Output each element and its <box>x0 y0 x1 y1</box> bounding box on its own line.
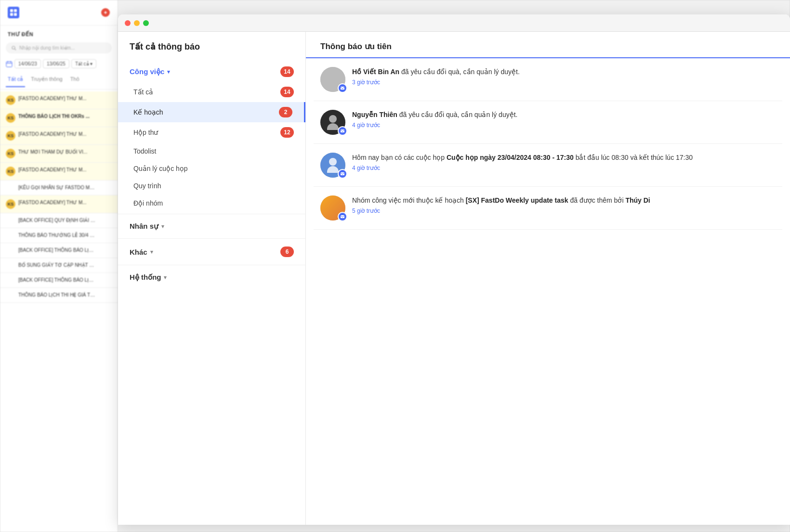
notif-content-4: Nhóm công việc mới thuộc kế hoạch [SX] F… <box>352 195 776 214</box>
sub-item-tat-ca[interactable]: Tất cả 14 <box>118 82 305 102</box>
svg-point-0 <box>12 46 15 49</box>
sub-label-ke-hoach: Kế hoạch <box>133 108 163 116</box>
sub-item-todolist[interactable]: Todolist <box>118 143 305 160</box>
notif-time-2: 4 giờ trước <box>352 122 776 129</box>
notif-suffix-3: bắt đầu lúc 08:30 và kết thúc lúc 17:30 <box>574 154 693 161</box>
khac-chevron-icon: ▾ <box>150 249 153 255</box>
notif-prefix-4: Nhóm công việc mới thuộc kế hoạch <box>352 196 466 204</box>
avatar-2 <box>320 110 345 135</box>
bg-date-filter: 14/06/23 13/06/25 Tất cả ▾ <box>0 57 118 72</box>
bg-email-list: KS[FASTDO ACADEMY] THƯ M... KSTHÔNG BÁO … <box>0 90 118 305</box>
bg-date2: 13/06/25 <box>43 59 69 68</box>
sub-label-hop-thu: Hộp thư <box>133 129 158 136</box>
sub-item-hop-thu[interactable]: Hộp thư 12 <box>118 122 305 143</box>
notif-text-4: Nhóm công việc mới thuộc kế hoạch [SX] F… <box>352 195 776 206</box>
avatar-3 <box>320 153 345 178</box>
sub-item-quy-trinh[interactable]: Quy trình <box>118 177 305 195</box>
divider-2 <box>118 238 305 239</box>
bg-thu-den-label: THƯ ĐẾN <box>0 26 118 40</box>
category-label-cong-viec: Công việc ▾ <box>130 67 170 76</box>
bg-notification-dot <box>101 8 110 17</box>
notif-badge-1 <box>338 83 347 93</box>
minimize-button[interactable] <box>134 20 140 26</box>
svg-rect-9 <box>341 215 344 218</box>
notification-item-1[interactable]: Hồ Viết Bin An đã yêu cầu đổi quà, cần q… <box>314 58 782 101</box>
sender-name-1: Hồ Viết Bin An <box>352 68 399 76</box>
cong-viec-badge: 14 <box>280 66 294 77</box>
ke-hoach-badge: 2 <box>279 107 292 117</box>
notif-content-3: Hôm nay bạn có các cuộc họp Cuộc họp ngà… <box>352 153 776 171</box>
sub-item-quan-ly-cuoc-hop[interactable]: Quản lý cuộc họp <box>118 160 305 177</box>
divider-3 <box>118 265 305 265</box>
nhan-su-chevron-icon: ▾ <box>161 223 164 230</box>
tat-ca-badge: 14 <box>280 87 294 97</box>
notif-prefix-3: Hôm nay bạn có các cuộc họp <box>352 154 447 161</box>
category-nhan-su[interactable]: Nhân sự ▾ <box>118 216 305 236</box>
notif-badge-2 <box>338 126 347 136</box>
svg-rect-6 <box>341 87 344 90</box>
window-body: Tất cả thông báo Công việc ▾ 14 Tất cả 1… <box>118 32 790 525</box>
notif-suffix-2: đã yêu cầu đổi quà, cần quản lý duyệt. <box>397 111 518 118</box>
sub-label-doi-nhom: Đội nhóm <box>133 199 163 207</box>
notification-list: Hồ Viết Bin An đã yêu cầu đổi quà, cần q… <box>306 58 790 230</box>
notif-text-2: Nguyễn Thiên đã yêu cầu đổi quà, cần quả… <box>352 110 776 120</box>
notif-time-1: 3 giờ trước <box>352 79 776 86</box>
notif-bold-4a: [SX] FastDo Weekly update task <box>466 196 568 204</box>
nhan-su-label: Nhân sự ▾ <box>130 222 164 231</box>
notif-text-1: Hồ Viết Bin An đã yêu cầu đổi quà, cần q… <box>352 67 776 77</box>
khac-badge: 6 <box>280 247 294 257</box>
left-panel-title: Tất cả thông báo <box>118 41 305 62</box>
close-button[interactable] <box>125 20 131 26</box>
bg-filter-all: Tất cả ▾ <box>71 59 96 68</box>
avatar-1 <box>320 67 345 92</box>
avatar-4 <box>320 195 345 221</box>
he-thong-chevron-icon: ▾ <box>164 274 167 281</box>
notif-suffix-4: đã được thêm bởi <box>568 196 626 204</box>
right-panel-header: Thông báo ưu tiên <box>306 32 790 58</box>
divider-1 <box>118 214 305 214</box>
bg-search-box: Nhập nội dung tìm kiếm... <box>6 42 112 53</box>
notification-item-2[interactable]: Nguyễn Thiên đã yêu cầu đổi quà, cần quả… <box>314 101 782 144</box>
notif-content-1: Hồ Viết Bin An đã yêu cầu đổi quà, cần q… <box>352 67 776 86</box>
bg-sidebar: THƯ ĐẾN Nhập nội dung tìm kiếm... 14/06/… <box>0 0 118 532</box>
he-thong-label: Hệ thống ▾ <box>130 273 167 282</box>
sub-label-quy-trinh: Quy trình <box>133 182 161 190</box>
hop-thu-badge: 12 <box>280 127 294 138</box>
notif-bold-3: Cuộc họp ngày 23/04/2024 08:30 - 17:30 <box>447 154 574 161</box>
maximize-button[interactable] <box>143 20 149 26</box>
notif-badge-4 <box>338 212 347 221</box>
sub-label-quan-ly-cuoc-hop: Quản lý cuộc họp <box>133 165 188 172</box>
bg-sidebar-header <box>0 0 118 26</box>
notif-badge-3 <box>338 169 347 179</box>
notif-bold-4b: Thúy Di <box>625 196 650 204</box>
sub-label-todolist: Todolist <box>133 147 156 155</box>
svg-rect-8 <box>341 172 344 175</box>
svg-rect-2 <box>6 62 12 67</box>
chevron-down-icon: ▾ <box>167 69 170 75</box>
category-section-cong-viec: Công việc ▾ 14 Tất cả 14 Kế hoạch 2 Hộp … <box>118 62 305 212</box>
bg-logo <box>8 7 19 18</box>
right-panel-title: Thông báo ưu tiên <box>320 41 776 52</box>
bg-date1: 14/06/23 <box>14 59 41 68</box>
notif-content-2: Nguyễn Thiên đã yêu cầu đổi quà, cần quả… <box>352 110 776 129</box>
svg-rect-7 <box>341 130 344 132</box>
notification-item-4[interactable]: Nhóm công việc mới thuộc kế hoạch [SX] F… <box>314 187 782 230</box>
main-window: Tất cả thông báo Công việc ▾ 14 Tất cả 1… <box>118 14 790 525</box>
khac-label: Khác ▾ <box>130 248 153 256</box>
notif-suffix-1: đã yêu cầu đổi quà, cần quản lý duyệt. <box>399 68 520 76</box>
left-panel: Tất cả thông báo Công việc ▾ 14 Tất cả 1… <box>118 32 306 525</box>
category-khac[interactable]: Khác ▾ 6 <box>118 241 305 263</box>
bg-tabs: Tất cả Truyền thông Thô <box>0 72 118 90</box>
sender-name-2: Nguyễn Thiên <box>352 111 397 118</box>
sub-item-doi-nhom[interactable]: Đội nhóm <box>118 195 305 212</box>
sub-item-ke-hoach[interactable]: Kế hoạch 2 <box>118 102 305 122</box>
notification-item-3[interactable]: Hôm nay bạn có các cuộc họp Cuộc họp ngà… <box>314 144 782 187</box>
category-header-cong-viec[interactable]: Công việc ▾ 14 <box>118 62 305 82</box>
window-chrome <box>118 14 790 32</box>
right-panel: Thông báo ưu tiên <box>306 32 790 525</box>
notif-time-3: 4 giờ trước <box>352 165 776 171</box>
sub-label-tat-ca: Tất cả <box>133 88 153 96</box>
svg-line-1 <box>15 49 16 50</box>
category-he-thong[interactable]: Hệ thống ▾ <box>118 267 305 287</box>
notif-time-4: 5 giờ trước <box>352 208 776 214</box>
